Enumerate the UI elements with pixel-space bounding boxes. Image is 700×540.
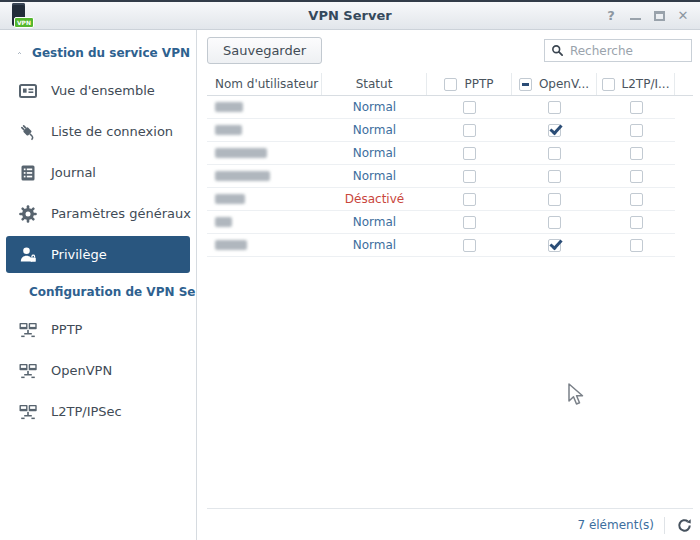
- openvpn-cell: [512, 142, 597, 164]
- l2tp-checkbox[interactable]: [630, 239, 643, 252]
- main-panel: Sauvegarder Nom d'utilisateur Statut PPT…: [197, 30, 700, 540]
- section-configuration-de-vpn-server[interactable]: Configuration de VPN Se...: [0, 275, 196, 309]
- pptp-cell: [427, 165, 512, 187]
- minimize-button[interactable]: [624, 6, 646, 26]
- pptp-checkbox[interactable]: [463, 124, 476, 137]
- pptp-cell: [427, 96, 512, 118]
- openvpn-checkbox[interactable]: [548, 193, 561, 206]
- l2tp-checkbox[interactable]: [630, 147, 643, 160]
- general-settings-icon: [18, 204, 38, 224]
- openvpn-checkbox[interactable]: [548, 216, 561, 229]
- username-cell: [207, 96, 322, 118]
- maximize-button[interactable]: [648, 6, 670, 26]
- column-header-pptp[interactable]: PPTP: [427, 73, 512, 95]
- sidebar-item-label: L2TP/IPSec: [51, 404, 122, 419]
- sidebar-item-parametres-generaux[interactable]: Paramètres généraux: [0, 193, 196, 234]
- l2tp-checkbox[interactable]: [630, 216, 643, 229]
- sidebar-item-label: Liste de connexion: [51, 124, 173, 139]
- refresh-icon: [677, 518, 692, 533]
- save-button[interactable]: Sauvegarder: [207, 37, 322, 64]
- search-icon: [551, 43, 564, 58]
- pptp-checkbox[interactable]: [463, 239, 476, 252]
- sidebar-item-privilege[interactable]: Privilège: [6, 236, 190, 273]
- pptp-cell: [427, 188, 512, 210]
- column-header-openvpn[interactable]: OpenV...: [512, 73, 597, 95]
- titlebar: VPN VPN Server ? ✕: [0, 0, 700, 30]
- window-controls: ? ✕: [600, 6, 694, 26]
- l2tp-checkbox[interactable]: [630, 124, 643, 137]
- pptp-checkbox[interactable]: [463, 147, 476, 160]
- sidebar-item-label: Vue d'ensemble: [51, 83, 155, 98]
- help-icon: ?: [607, 8, 615, 23]
- table-row[interactable]: Normal: [207, 211, 675, 234]
- refresh-button[interactable]: [675, 516, 693, 534]
- sidebar-item-l2tp-ipsec[interactable]: L2TP/IPSec: [0, 391, 196, 432]
- sidebar-item-label: Paramètres généraux: [51, 206, 191, 221]
- sidebar-item-openvpn[interactable]: OpenVPN: [0, 350, 196, 391]
- status-cell: Désactivé: [322, 188, 427, 210]
- openvpn-cell: [512, 234, 597, 256]
- table-row[interactable]: Normal: [207, 142, 675, 165]
- username-blur: [215, 217, 232, 227]
- column-header-status[interactable]: Statut: [322, 73, 427, 95]
- header-l2tp-checkbox[interactable]: [602, 78, 615, 91]
- close-icon: ✕: [678, 8, 689, 23]
- minimize-icon: [630, 18, 641, 20]
- sidebar-item-liste-de-connexion[interactable]: Liste de connexion: [0, 111, 196, 152]
- table-row[interactable]: Normal: [207, 96, 675, 119]
- scrollbar-spacer: [675, 73, 693, 95]
- sidebar-item-label: Journal: [51, 165, 96, 180]
- username-blur: [215, 102, 243, 112]
- help-button[interactable]: ?: [600, 6, 622, 26]
- username-blur: [215, 194, 245, 204]
- search-input[interactable]: [570, 44, 685, 58]
- l2tp-checkbox[interactable]: [630, 170, 643, 183]
- l2tp-cell: [597, 119, 675, 141]
- journal-icon: [18, 163, 38, 183]
- openvpn-checkbox[interactable]: [548, 147, 561, 160]
- column-header-l2tp[interactable]: L2TP/I...: [597, 73, 675, 95]
- openvpn-checkbox[interactable]: [548, 170, 561, 183]
- table-row[interactable]: Normal: [207, 234, 675, 257]
- openvpn-checkbox[interactable]: [548, 101, 561, 114]
- openvpn-checkbox[interactable]: [548, 239, 561, 252]
- sidebar-item-pptp[interactable]: PPTP: [0, 309, 196, 350]
- status-cell: Normal: [322, 165, 427, 187]
- pptp-cell: [427, 211, 512, 233]
- sidebar: Gestion du service VPN Vue d'ensemble: [0, 30, 197, 540]
- chevron-up-icon: [18, 49, 21, 57]
- vpn-badge: VPN: [14, 17, 34, 28]
- pptp-checkbox[interactable]: [463, 101, 476, 114]
- openvpn-checkbox[interactable]: [548, 124, 561, 137]
- status-cell: Normal: [322, 142, 427, 164]
- username-cell: [207, 119, 322, 141]
- sidebar-item-vue-densemble[interactable]: Vue d'ensemble: [0, 70, 196, 111]
- table-row[interactable]: Normal: [207, 165, 675, 188]
- section-gestion-du-service-vpn[interactable]: Gestion du service VPN: [0, 36, 196, 70]
- table-body: Normal Normal Normal Normal Désactivé No…: [207, 96, 675, 257]
- l2tp-cell: [597, 234, 675, 256]
- sidebar-item-journal[interactable]: Journal: [0, 152, 196, 193]
- openvpn-cell: [512, 96, 597, 118]
- l2tp-checkbox[interactable]: [630, 193, 643, 206]
- l2tp-cell: [597, 211, 675, 233]
- toolbar: Sauvegarder: [197, 30, 700, 71]
- l2tp-cell: [597, 188, 675, 210]
- username-blur: [215, 125, 242, 135]
- l2tp-cell: [597, 165, 675, 187]
- pptp-checkbox[interactable]: [463, 216, 476, 229]
- close-button[interactable]: ✕: [672, 6, 694, 26]
- pptp-checkbox[interactable]: [463, 193, 476, 206]
- sidebar-item-label: PPTP: [51, 322, 82, 337]
- pptp-checkbox[interactable]: [463, 170, 476, 183]
- table-row[interactable]: Désactivé: [207, 188, 675, 211]
- l2tp-checkbox[interactable]: [630, 101, 643, 114]
- header-openvpn-checkbox[interactable]: [519, 78, 532, 91]
- column-header-username[interactable]: Nom d'utilisateur: [207, 73, 322, 95]
- header-pptp-checkbox[interactable]: [444, 78, 457, 91]
- pptp-cell: [427, 234, 512, 256]
- openvpn-cell: [512, 211, 597, 233]
- status-cell: Normal: [322, 234, 427, 256]
- table-row[interactable]: Normal: [207, 119, 675, 142]
- connection-list-icon: [18, 122, 38, 142]
